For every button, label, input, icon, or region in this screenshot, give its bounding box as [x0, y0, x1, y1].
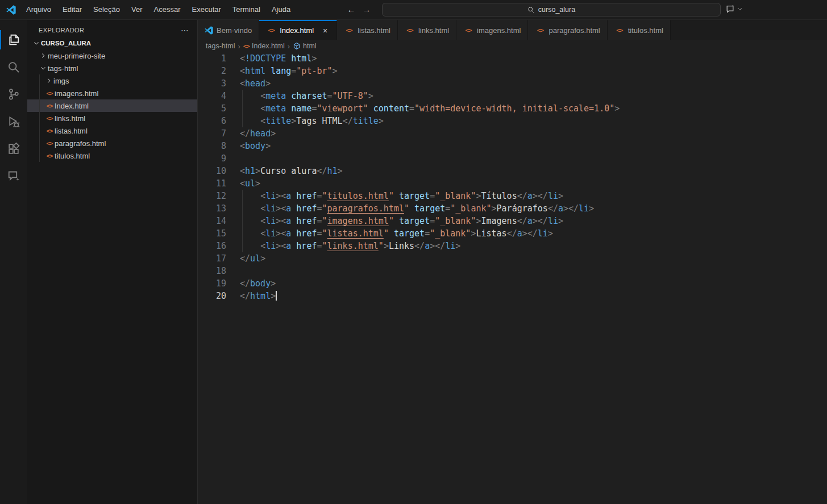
- code-line-content: <li><a href="links.html">Links</a></li>: [240, 240, 460, 252]
- close-icon[interactable]: ×: [321, 26, 330, 35]
- code-line-content: <ul>: [240, 177, 260, 190]
- line-number: 6: [198, 115, 226, 127]
- forward-arrow-icon[interactable]: →: [360, 0, 373, 19]
- tree-item-imagens-html[interactable]: <>imagens.html: [27, 87, 197, 99]
- tree-item-listas-html[interactable]: <>listas.html: [27, 124, 197, 137]
- code-line-15[interactable]: 15 <li><a href="listas.html" target="_bl…: [198, 227, 827, 240]
- command-center-search[interactable]: curso_alura: [382, 3, 721, 16]
- breadcrumb-separator-icon: ›: [288, 42, 290, 51]
- tab-label: imagens.html: [477, 26, 521, 35]
- code-line-content: <body>: [240, 140, 271, 152]
- html-file-icon: <>: [344, 27, 354, 34]
- tab-bem-vindo[interactable]: Bem-vindo: [198, 20, 259, 40]
- activity-item-search[interactable]: [0, 53, 27, 81]
- tab-titulos-html[interactable]: <>titulos.html: [608, 20, 671, 40]
- html-file-icon: <>: [44, 90, 55, 97]
- menu-item-acessar[interactable]: Acessar: [148, 0, 186, 19]
- tree-item-label: Index.html: [55, 102, 89, 110]
- html-file-icon: <>: [243, 43, 250, 50]
- breadcrumb-item-index-html[interactable]: <>Index.html: [243, 42, 285, 50]
- activity-item-explorer[interactable]: [0, 26, 27, 53]
- html-file-icon: <>: [535, 27, 545, 34]
- activity-item-chat[interactable]: [0, 163, 27, 190]
- code-line-18[interactable]: 18: [198, 265, 827, 277]
- menu-item-ver[interactable]: Ver: [126, 0, 148, 19]
- menu-bar: ArquivoEditarSeleçãoVerAcessarExecutarTe…: [20, 0, 296, 19]
- code-line-content: <li><a href="listas.html" target="_blank…: [240, 227, 553, 240]
- code-line-19[interactable]: 19</body>: [198, 277, 827, 290]
- tree-item-meu-primeiro-site[interactable]: meu-primeiro-site: [27, 49, 197, 62]
- customize-layout-button[interactable]: [725, 4, 743, 14]
- line-number: 18: [198, 265, 226, 277]
- code-line-4[interactable]: 4 <meta charset="UTF-8">: [198, 90, 827, 102]
- tree-indent-guide: [39, 74, 40, 162]
- indent-guide: [242, 190, 243, 202]
- tree-item-label: tags-html: [48, 64, 78, 73]
- more-actions-icon[interactable]: ⋯: [181, 26, 189, 35]
- code-line-content: <head>: [240, 77, 271, 90]
- indent-guide: [242, 102, 243, 115]
- tree-item-imgs[interactable]: imgs: [27, 74, 197, 87]
- chevron-down-icon: [39, 64, 48, 73]
- line-number: 20: [198, 290, 226, 302]
- chevron-right-icon: [39, 51, 48, 60]
- code-line-9[interactable]: 9: [198, 152, 827, 165]
- line-number: 13: [198, 202, 226, 215]
- menu-item-arquivo[interactable]: Arquivo: [20, 0, 57, 19]
- menu-item-editar[interactable]: Editar: [57, 0, 88, 19]
- breadcrumb-item-html[interactable]: html: [293, 42, 317, 50]
- line-number: 2: [198, 65, 226, 77]
- tab-listas-html[interactable]: <>listas.html: [337, 20, 398, 40]
- back-arrow-icon[interactable]: ←: [344, 0, 358, 19]
- code-line-5[interactable]: 5 <meta name="viewport" content="width=d…: [198, 102, 827, 115]
- line-number: 3: [198, 77, 226, 90]
- code-line-1[interactable]: 1<!DOCTYPE html>: [198, 52, 827, 65]
- activity-item-source-control[interactable]: [0, 81, 27, 108]
- menu-item-sele-o[interactable]: Seleção: [88, 0, 126, 19]
- tree-item-curso-alura[interactable]: CURSO_ALURA: [27, 37, 197, 49]
- code-line-3[interactable]: 3<head>: [198, 77, 827, 90]
- code-line-20[interactable]: 20</html>: [198, 290, 827, 302]
- tree-item-tags-html[interactable]: tags-html: [27, 62, 197, 74]
- code-line-content: </html>: [240, 290, 277, 302]
- code-editor[interactable]: 1<!DOCTYPE html>2<html lang="pt-br">3<he…: [198, 52, 827, 504]
- code-line-7[interactable]: 7</head>: [198, 127, 827, 140]
- line-number: 11: [198, 177, 226, 190]
- code-line-content: <meta name="viewport" content="width=dev…: [240, 102, 620, 115]
- menu-item-ajuda[interactable]: Ajuda: [266, 0, 296, 19]
- menu-item-terminal[interactable]: Terminal: [227, 0, 266, 19]
- code-line-12[interactable]: 12 <li><a href="titulos.html" target="_b…: [198, 190, 827, 202]
- activity-item-run-debug[interactable]: [0, 108, 27, 135]
- code-line-11[interactable]: 11<ul>: [198, 177, 827, 190]
- tab-imagens-html[interactable]: <>imagens.html: [456, 20, 528, 40]
- menu-item-executar[interactable]: Executar: [186, 0, 227, 19]
- activity-item-extensions[interactable]: [0, 135, 27, 163]
- tree-item-links-html[interactable]: <>links.html: [27, 112, 197, 124]
- explorer-title: EXPLORADOR: [39, 27, 84, 34]
- tab-index-html[interactable]: <>Index.html×: [259, 20, 337, 40]
- tree-item-paragrafos-html[interactable]: <>paragrafos.html: [27, 137, 197, 149]
- html-file-icon: <>: [44, 152, 55, 160]
- tab-links-html[interactable]: <>links.html: [398, 20, 456, 40]
- code-line-8[interactable]: 8<body>: [198, 140, 827, 152]
- html-file-icon: <>: [44, 140, 55, 147]
- tab-label: links.html: [418, 26, 449, 35]
- code-line-13[interactable]: 13 <li><a href="paragrafos.html" target=…: [198, 202, 827, 215]
- indent-guide: [242, 227, 243, 240]
- chevron-down-icon: [32, 39, 41, 48]
- code-line-content: <li><a href="imagens.html" target="_blan…: [240, 215, 563, 227]
- tree-item-index-html[interactable]: <>Index.html: [27, 99, 197, 112]
- code-line-16[interactable]: 16 <li><a href="links.html">Links</a></l…: [198, 240, 827, 252]
- line-number: 5: [198, 102, 226, 115]
- code-line-10[interactable]: 10<h1>Curso alura</h1>: [198, 165, 827, 177]
- tab-paragrafos-html[interactable]: <>paragrafos.html: [528, 20, 607, 40]
- breadcrumb-item-tags-html[interactable]: tags-html: [206, 42, 235, 50]
- code-line-14[interactable]: 14 <li><a href="imagens.html" target="_b…: [198, 215, 827, 227]
- tree-item-titulos-html[interactable]: <>titulos.html: [27, 149, 197, 162]
- indent-guide: [242, 115, 243, 127]
- code-line-6[interactable]: 6 <title>Tags HTML</title>: [198, 115, 827, 127]
- code-line-2[interactable]: 2<html lang="pt-br">: [198, 65, 827, 77]
- code-line-content: <meta charset="UTF-8">: [240, 90, 373, 102]
- code-line-17[interactable]: 17</ul>: [198, 252, 827, 265]
- code-line-content: <!DOCTYPE html>: [240, 52, 317, 65]
